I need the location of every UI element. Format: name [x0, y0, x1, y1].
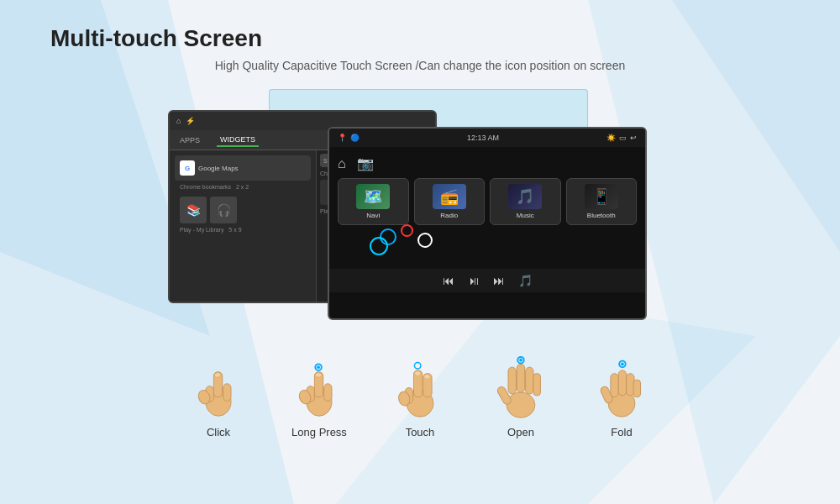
bluetooth-btn[interactable]: 📱 Bluetooth: [566, 178, 638, 225]
car-time: 12:13 AM: [467, 134, 499, 142]
svg-point-34: [519, 358, 522, 361]
book-thumb: 📚: [180, 197, 207, 223]
open-icon: [491, 354, 550, 421]
svg-rect-38: [618, 370, 626, 395]
touch-label: Touch: [406, 426, 435, 438]
svg-point-26: [414, 362, 421, 369]
gesture-open: Open: [479, 354, 563, 438]
svg-rect-29: [508, 367, 516, 394]
svg-rect-37: [611, 373, 618, 396]
car-screen: 📍 🔵 12:13 AM ☀️ ▭ ↩ ⌂ 📷 🗺️ Navi: [328, 127, 647, 320]
svg-point-18: [317, 365, 320, 369]
next-btn[interactable]: ⏭: [493, 274, 505, 287]
long-press-icon: [290, 354, 349, 421]
click-label: Click: [207, 426, 230, 438]
gesture-fold: Fold: [580, 354, 664, 438]
open-label: Open: [507, 426, 534, 438]
music-ctrl-btn[interactable]: 🎵: [518, 274, 533, 287]
svg-rect-31: [526, 367, 533, 394]
fold-label: Fold: [611, 426, 632, 438]
apps-tab[interactable]: APPS: [176, 134, 203, 146]
play-btn[interactable]: ⏯: [468, 274, 480, 287]
radio-btn[interactable]: 📻 Radio: [414, 178, 486, 225]
svg-rect-13: [324, 383, 332, 401]
screen-area: ⌂ ⚡ APPS WIDGETS G Google Maps Chrome bo…: [168, 89, 672, 341]
svg-rect-32: [533, 373, 540, 395]
gesture-click: Click: [176, 354, 260, 438]
google-maps-label: Google Maps: [198, 165, 239, 172]
svg-rect-30: [517, 364, 524, 392]
svg-point-27: [507, 392, 535, 417]
music-btn[interactable]: 🎵 Music: [490, 178, 561, 225]
svg-point-42: [621, 362, 624, 365]
svg-point-16: [315, 372, 322, 377]
main-title: Multi-touch Screen: [50, 25, 790, 52]
chrome-meta: Chrome bookmarks 2 x 2: [175, 184, 311, 190]
widgets-tab[interactable]: WIDGETS: [217, 134, 259, 147]
headphone-thumb: 🎧: [210, 197, 237, 223]
navi-btn[interactable]: 🗺️ Navi: [338, 178, 409, 225]
click-icon: [189, 354, 248, 421]
car-apps-grid: 🗺️ Navi 📻 Radio 🎵 Music 📱 Bluetooth: [338, 178, 637, 225]
gesture-long-press: Long Press: [277, 354, 361, 438]
svg-rect-40: [633, 380, 640, 397]
svg-point-10: [214, 372, 221, 377]
svg-point-24: [414, 370, 421, 375]
prev-btn[interactable]: ⏮: [443, 274, 454, 287]
svg-point-25: [424, 374, 431, 379]
subtitle: High Quality Capacitive Touch Screen /Ca…: [50, 59, 790, 72]
long-press-label: Long Press: [291, 426, 347, 438]
svg-rect-7: [223, 383, 231, 401]
gesture-touch: Touch: [378, 354, 462, 438]
touch-icon: [391, 354, 449, 421]
play-meta: Play - My Library 5 x 9: [175, 227, 311, 233]
fold-icon: [592, 354, 651, 421]
gesture-section: Click: [50, 354, 790, 438]
